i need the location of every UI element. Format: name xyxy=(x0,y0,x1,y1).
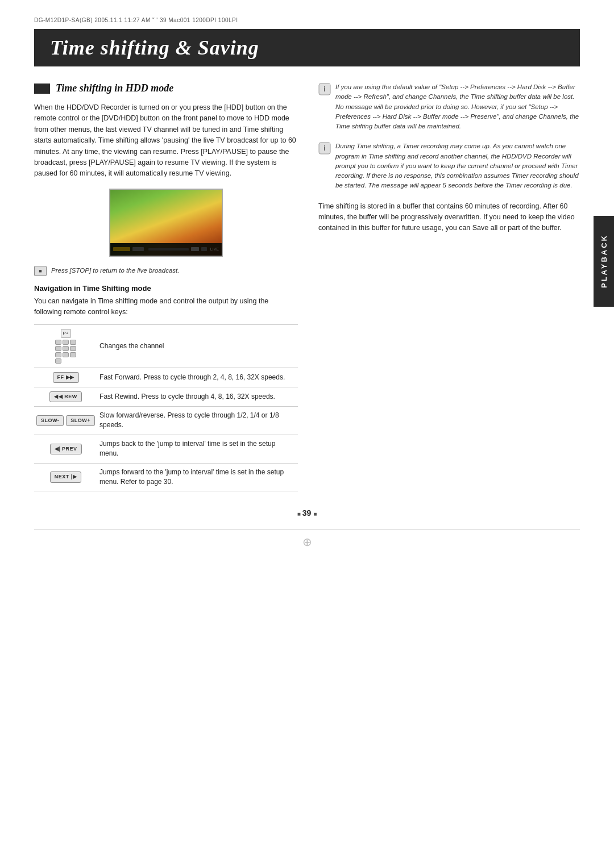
note-stop-text: Press [STOP] to return to the live broad… xyxy=(51,266,179,276)
slow-rev-button-icon: SLOW- xyxy=(36,415,64,426)
nav-section-title: Navigation in Time Shifting mode xyxy=(34,284,298,293)
nav-desc-cell: Jumps forward to the 'jump to interval' … xyxy=(97,463,298,491)
bottom-decoration: ⊕ xyxy=(34,529,580,552)
tv-screenshot-image: LIVE xyxy=(109,189,223,257)
table-row: ◀| PREV Jumps back to the 'jump to inter… xyxy=(34,435,298,463)
nav-key-cell: ◀| PREV xyxy=(34,435,97,463)
hdd-body-text: When the HDD/DVD Recorder is turned on o… xyxy=(34,102,298,180)
nav-key-cell: SLOW- SLOW+ xyxy=(34,407,97,435)
crosshair-bottom: ⊕ xyxy=(302,535,312,549)
nav-desc-cell: Fast Rewind. Press to cycle through 4, 8… xyxy=(97,387,298,407)
svg-text:i: i xyxy=(323,85,326,93)
note2-text: During Time shifting, a Timer recording … xyxy=(335,141,580,190)
nav-desc-cell: Changes the channel xyxy=(97,325,298,368)
rew-button-icon: ◀◀ REW xyxy=(49,391,82,402)
table-row: P+ xyxy=(34,325,298,368)
heading-bar xyxy=(34,84,50,94)
nav-key-cell: P+ xyxy=(34,325,97,368)
table-row: SLOW- SLOW+ Slow forward/reverse. Press … xyxy=(34,407,298,435)
nav-key-cell: ◀◀ REW xyxy=(34,387,97,407)
col-left: Time shifting in HDD mode When the HDD/D… xyxy=(34,82,298,491)
svg-text:i: i xyxy=(323,144,326,152)
note1-text: If you are using the default value of "S… xyxy=(335,82,580,131)
note1-row: i If you are using the default value of … xyxy=(318,82,580,131)
table-row: ◀◀ REW Fast Rewind. Press to cycle throu… xyxy=(34,387,298,407)
prev-button-icon: ◀| PREV xyxy=(50,444,82,454)
info-icon-2: i xyxy=(318,142,331,155)
note-stop-row: ■ Press [STOP] to return to the live bro… xyxy=(34,266,298,276)
info-icon-1: i xyxy=(318,83,331,95)
page-number: 39 xyxy=(34,508,580,518)
nav-key-cell: FF ▶▶ xyxy=(34,368,97,387)
table-row: FF ▶▶ Fast Forward. Press to cycle throu… xyxy=(34,368,298,387)
nav-desc-cell: Jumps back to the 'jump to interval' tim… xyxy=(97,435,298,463)
nav-key-cell: NEXT |▶ xyxy=(34,463,97,491)
nav-intro-text: You can navigate in Time shifting mode a… xyxy=(34,296,298,318)
stop-icon: ■ xyxy=(34,266,47,276)
section-title-hdd: Time shifting in HDD mode xyxy=(56,82,173,94)
col-right: i If you are using the default value of … xyxy=(318,82,580,491)
page-title-block: Time shifting & Saving xyxy=(34,29,580,66)
ff-button-icon: FF ▶▶ xyxy=(53,372,79,383)
nav-desc-cell: Slow forward/reverse. Press to cycle thr… xyxy=(97,407,298,435)
page-container: DG-M12D1P-SA(GB) 2005.11.1 11:27 AM ˜ ' … xyxy=(0,0,614,868)
playback-sidebar: PLAYBACK xyxy=(594,216,614,307)
note2-row: i During Time shifting, a Timer recordin… xyxy=(318,141,580,190)
playback-label: PLAYBACK xyxy=(600,234,608,288)
nav-table: P+ xyxy=(34,324,298,491)
next-button-icon: NEXT |▶ xyxy=(50,471,82,482)
right-body-bottom: Time shifting is stored in a buffer that… xyxy=(318,201,580,234)
page-title: Time shifting & Saving xyxy=(50,36,564,60)
slow-fwd-button-icon: SLOW+ xyxy=(66,415,95,426)
table-row: NEXT |▶ Jumps forward to the 'jump to in… xyxy=(34,463,298,491)
two-column-layout: Time shifting in HDD mode When the HDD/D… xyxy=(34,82,580,491)
section-heading-hdd: Time shifting in HDD mode xyxy=(34,82,298,94)
nav-desc-cell: Fast Forward. Press to cycle through 2, … xyxy=(97,368,298,387)
header-meta: DG-M12D1P-SA(GB) 2005.11.1 11:27 AM ˜ ' … xyxy=(34,17,580,23)
